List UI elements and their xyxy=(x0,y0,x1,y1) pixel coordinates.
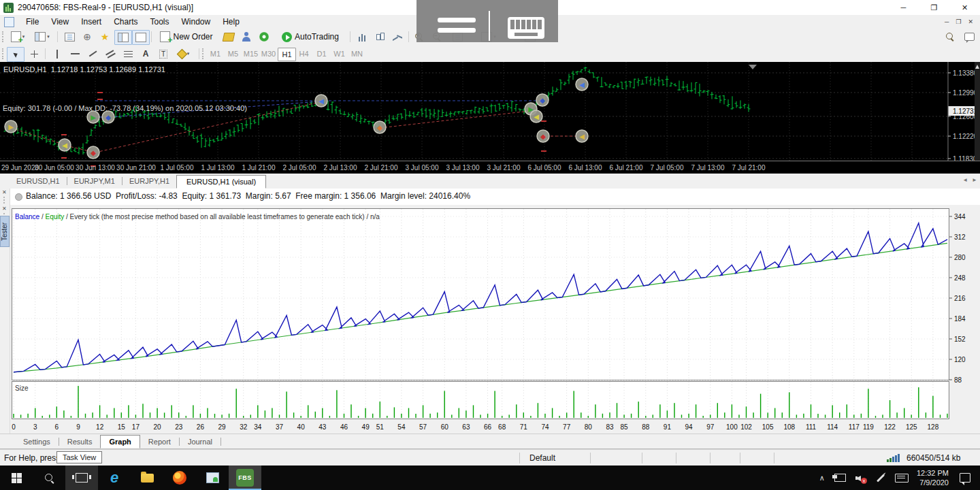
tester-graph-canvas[interactable]: 3443122802482161841521208803691215172023… xyxy=(0,205,980,434)
bar-chart-mode-button[interactable] xyxy=(354,30,370,44)
tray-chevron-up-icon[interactable]: ∧ xyxy=(819,474,825,483)
network-display-icon[interactable] xyxy=(834,474,846,482)
tab-results[interactable]: Results xyxy=(59,436,101,448)
price-chart[interactable]: ▶◀▶◆◆◀◆▶◆◀◆◀◀1.133801.129901.126001.1222… xyxy=(0,62,980,174)
timeframe-h4[interactable]: H4 xyxy=(295,48,312,60)
timeframe-mn[interactable]: MN xyxy=(348,48,365,60)
favorites-button[interactable]: ★ xyxy=(97,30,113,44)
firefox-button[interactable] xyxy=(163,466,196,490)
profile-cell[interactable]: Default xyxy=(529,453,555,463)
toolbar-grip[interactable] xyxy=(2,48,5,59)
trade-marker[interactable]: ▶ xyxy=(5,120,17,133)
channel-tool-button[interactable] xyxy=(102,47,118,61)
timeframe-m1[interactable]: M1 xyxy=(207,48,224,60)
autotrading-button[interactable]: AutoTrading xyxy=(275,30,346,44)
internet-explorer-button[interactable]: e xyxy=(98,466,131,490)
pen-input-icon[interactable] xyxy=(877,474,885,482)
text-label-tool-button[interactable]: T xyxy=(155,47,172,61)
trendline-tool-button[interactable] xyxy=(84,47,101,61)
meta-editor-button[interactable] xyxy=(238,30,255,44)
menu-view[interactable]: View xyxy=(45,17,75,27)
menu-file[interactable]: File xyxy=(20,17,45,27)
fbs-terminal-button[interactable]: FBS xyxy=(229,466,261,490)
menu-insert[interactable]: Insert xyxy=(75,17,108,27)
tester-vertical-tab[interactable]: Tester xyxy=(0,216,10,247)
new-order-button[interactable]: + New Order xyxy=(155,30,218,44)
text-tool-button[interactable]: A xyxy=(137,47,154,61)
terminal-close-icon[interactable]: ✕ xyxy=(2,189,7,195)
file-explorer-button[interactable] xyxy=(131,466,163,490)
timeframe-d1[interactable]: D1 xyxy=(313,48,330,60)
menu-window[interactable]: Window xyxy=(176,17,217,27)
timeframe-m30[interactable]: M30 xyxy=(260,48,277,60)
toolbar-grip[interactable] xyxy=(202,48,206,59)
taskbar-clock[interactable]: 12:32 PM 7/9/2020 xyxy=(917,468,949,487)
horizontal-line-tool-button[interactable] xyxy=(67,47,83,61)
trade-marker[interactable]: ◆ xyxy=(374,121,386,133)
candlestick-mode-button[interactable] xyxy=(372,30,388,44)
tab-scroll-left-icon[interactable]: ◄ xyxy=(962,177,968,183)
volume-muted-icon[interactable]: x xyxy=(855,474,866,483)
toolbar-search-button[interactable] xyxy=(942,30,958,44)
action-center-icon[interactable] xyxy=(960,473,970,483)
trade-marker[interactable]: ◆ xyxy=(87,146,99,159)
minimize-button[interactable]: ─ xyxy=(888,0,919,15)
restore-button[interactable]: ❐ xyxy=(919,0,949,15)
terminal-toggle-button[interactable] xyxy=(114,30,132,45)
timeframe-h1[interactable]: H1 xyxy=(278,48,296,61)
close-button[interactable]: ✕ xyxy=(949,0,980,15)
taskbar-search-button[interactable] xyxy=(33,466,65,490)
arrows-tool-button[interactable]: ▾ xyxy=(173,47,195,61)
menu-charts[interactable]: Charts xyxy=(108,17,144,27)
navigator-button[interactable]: ⊕ xyxy=(79,30,95,44)
signals-button[interactable] xyxy=(256,30,272,44)
menu-help[interactable]: Help xyxy=(216,17,246,27)
chart-scrollbar[interactable] xyxy=(975,62,980,161)
trade-marker[interactable]: ◆ xyxy=(536,94,549,106)
touch-keyboard-icon[interactable] xyxy=(895,474,909,483)
new-chart-button[interactable]: + ▾ xyxy=(7,30,29,44)
trade-marker[interactable]: ◆ xyxy=(102,111,114,123)
trade-marker[interactable]: ◆ xyxy=(537,130,549,142)
chat-button[interactable] xyxy=(961,30,977,44)
remote-app-button[interactable] xyxy=(196,466,229,490)
trade-marker[interactable]: ◀ xyxy=(59,139,71,151)
fibonacci-tool-button[interactable] xyxy=(120,47,136,61)
child-restore-button[interactable]: ❐ xyxy=(956,18,961,25)
timeframe-m15[interactable]: M15 xyxy=(242,48,259,60)
tab-settings[interactable]: Settings xyxy=(15,436,59,448)
line-chart-mode-button[interactable] xyxy=(389,30,406,44)
trade-marker[interactable]: ▶ xyxy=(87,111,99,123)
history-center-button[interactable] xyxy=(220,30,237,44)
menu-tools[interactable]: Tools xyxy=(144,17,176,27)
cursor-tool-button[interactable] xyxy=(7,47,24,62)
tab-journal[interactable]: Journal xyxy=(180,436,220,448)
market-watch-button[interactable] xyxy=(61,30,78,44)
trade-marker[interactable]: ◀ xyxy=(315,95,327,107)
timeframe-w1[interactable]: W1 xyxy=(331,48,348,60)
tab-scroll-right-icon[interactable]: ► xyxy=(972,177,977,183)
chevron-down-icon[interactable]: ▾ xyxy=(47,34,50,39)
trade-marker[interactable]: ◀ xyxy=(576,130,588,142)
tab-graph[interactable]: Graph xyxy=(100,435,140,448)
start-button[interactable] xyxy=(0,466,33,490)
keyboard-icon[interactable] xyxy=(508,17,544,39)
task-view-button[interactable] xyxy=(65,466,98,490)
keyboard-layout-overlay[interactable] xyxy=(416,0,558,42)
tab-eurusd-h1[interactable]: EURUSD,H1 xyxy=(10,175,67,187)
strategy-tester-toggle-button[interactable] xyxy=(132,30,150,45)
tab-report[interactable]: Report xyxy=(140,436,179,448)
tab-eurjpy-h1[interactable]: EURJPY,H1 xyxy=(122,175,176,187)
terminal-grip[interactable] xyxy=(3,197,7,203)
crosshair-tool-button[interactable] xyxy=(26,47,42,61)
profiles-button[interactable]: ▾ xyxy=(31,30,53,44)
timeframe-m5[interactable]: M5 xyxy=(225,48,242,60)
trade-marker[interactable]: ◀ xyxy=(530,110,542,122)
vertical-line-tool-button[interactable] xyxy=(49,47,65,61)
tab-eurjpy-m1[interactable]: EURJPY,M1 xyxy=(67,175,122,187)
tab-eurusd-h1-visual[interactable]: EURUSD,H1 (visual) xyxy=(176,175,266,189)
child-minimize-button[interactable]: ─ xyxy=(945,18,949,25)
trade-marker[interactable]: ◀ xyxy=(576,78,588,91)
toolbar-grip[interactable] xyxy=(2,31,5,42)
child-close-button[interactable]: ✕ xyxy=(968,18,973,25)
